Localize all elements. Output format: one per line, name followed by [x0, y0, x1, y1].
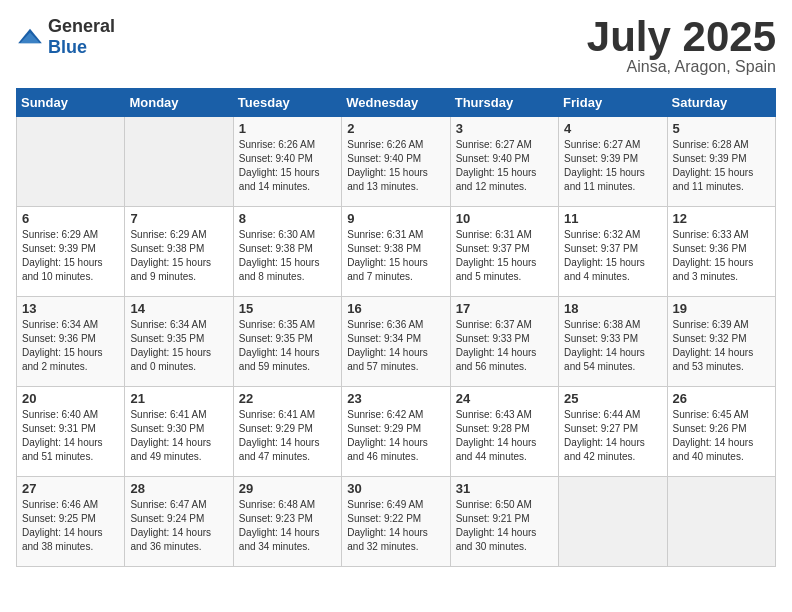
day-info: Sunrise: 6:29 AM Sunset: 9:38 PM Dayligh…: [130, 228, 227, 284]
calendar-cell: 18Sunrise: 6:38 AM Sunset: 9:33 PM Dayli…: [559, 297, 667, 387]
month-title: July 2025: [587, 16, 776, 58]
day-number: 18: [564, 301, 661, 316]
day-number: 20: [22, 391, 119, 406]
day-info: Sunrise: 6:32 AM Sunset: 9:37 PM Dayligh…: [564, 228, 661, 284]
day-info: Sunrise: 6:41 AM Sunset: 9:29 PM Dayligh…: [239, 408, 336, 464]
logo-general: General: [48, 16, 115, 36]
day-info: Sunrise: 6:37 AM Sunset: 9:33 PM Dayligh…: [456, 318, 553, 374]
calendar-cell: [667, 477, 775, 567]
calendar-week-row: 6Sunrise: 6:29 AM Sunset: 9:39 PM Daylig…: [17, 207, 776, 297]
logo-blue: Blue: [48, 37, 87, 57]
day-number: 28: [130, 481, 227, 496]
day-number: 4: [564, 121, 661, 136]
logo: General Blue: [16, 16, 115, 58]
day-info: Sunrise: 6:36 AM Sunset: 9:34 PM Dayligh…: [347, 318, 444, 374]
calendar-cell: 6Sunrise: 6:29 AM Sunset: 9:39 PM Daylig…: [17, 207, 125, 297]
calendar-cell: 11Sunrise: 6:32 AM Sunset: 9:37 PM Dayli…: [559, 207, 667, 297]
day-number: 9: [347, 211, 444, 226]
day-number: 19: [673, 301, 770, 316]
calendar-cell: 3Sunrise: 6:27 AM Sunset: 9:40 PM Daylig…: [450, 117, 558, 207]
day-header: Thursday: [450, 89, 558, 117]
page-header: General Blue July 2025 Ainsa, Aragon, Sp…: [16, 16, 776, 76]
calendar-cell: 9Sunrise: 6:31 AM Sunset: 9:38 PM Daylig…: [342, 207, 450, 297]
day-info: Sunrise: 6:42 AM Sunset: 9:29 PM Dayligh…: [347, 408, 444, 464]
day-number: 17: [456, 301, 553, 316]
location-title: Ainsa, Aragon, Spain: [587, 58, 776, 76]
calendar-cell: [17, 117, 125, 207]
day-number: 7: [130, 211, 227, 226]
day-info: Sunrise: 6:45 AM Sunset: 9:26 PM Dayligh…: [673, 408, 770, 464]
day-number: 24: [456, 391, 553, 406]
day-header: Monday: [125, 89, 233, 117]
calendar-cell: 25Sunrise: 6:44 AM Sunset: 9:27 PM Dayli…: [559, 387, 667, 477]
calendar-cell: 28Sunrise: 6:47 AM Sunset: 9:24 PM Dayli…: [125, 477, 233, 567]
day-info: Sunrise: 6:43 AM Sunset: 9:28 PM Dayligh…: [456, 408, 553, 464]
calendar-cell: 24Sunrise: 6:43 AM Sunset: 9:28 PM Dayli…: [450, 387, 558, 477]
day-info: Sunrise: 6:31 AM Sunset: 9:37 PM Dayligh…: [456, 228, 553, 284]
day-info: Sunrise: 6:46 AM Sunset: 9:25 PM Dayligh…: [22, 498, 119, 554]
day-info: Sunrise: 6:35 AM Sunset: 9:35 PM Dayligh…: [239, 318, 336, 374]
calendar-cell: 8Sunrise: 6:30 AM Sunset: 9:38 PM Daylig…: [233, 207, 341, 297]
calendar-cell: 22Sunrise: 6:41 AM Sunset: 9:29 PM Dayli…: [233, 387, 341, 477]
calendar-week-row: 1Sunrise: 6:26 AM Sunset: 9:40 PM Daylig…: [17, 117, 776, 207]
day-info: Sunrise: 6:47 AM Sunset: 9:24 PM Dayligh…: [130, 498, 227, 554]
calendar-cell: 7Sunrise: 6:29 AM Sunset: 9:38 PM Daylig…: [125, 207, 233, 297]
day-number: 11: [564, 211, 661, 226]
calendar-cell: 16Sunrise: 6:36 AM Sunset: 9:34 PM Dayli…: [342, 297, 450, 387]
calendar-cell: 4Sunrise: 6:27 AM Sunset: 9:39 PM Daylig…: [559, 117, 667, 207]
day-number: 31: [456, 481, 553, 496]
day-info: Sunrise: 6:48 AM Sunset: 9:23 PM Dayligh…: [239, 498, 336, 554]
day-number: 1: [239, 121, 336, 136]
day-number: 13: [22, 301, 119, 316]
title-block: July 2025 Ainsa, Aragon, Spain: [587, 16, 776, 76]
calendar-week-row: 27Sunrise: 6:46 AM Sunset: 9:25 PM Dayli…: [17, 477, 776, 567]
day-number: 6: [22, 211, 119, 226]
calendar-cell: 17Sunrise: 6:37 AM Sunset: 9:33 PM Dayli…: [450, 297, 558, 387]
day-number: 14: [130, 301, 227, 316]
day-number: 5: [673, 121, 770, 136]
calendar-cell: 20Sunrise: 6:40 AM Sunset: 9:31 PM Dayli…: [17, 387, 125, 477]
calendar-cell: 10Sunrise: 6:31 AM Sunset: 9:37 PM Dayli…: [450, 207, 558, 297]
day-info: Sunrise: 6:33 AM Sunset: 9:36 PM Dayligh…: [673, 228, 770, 284]
calendar-table: SundayMondayTuesdayWednesdayThursdayFrid…: [16, 88, 776, 567]
day-info: Sunrise: 6:34 AM Sunset: 9:36 PM Dayligh…: [22, 318, 119, 374]
day-number: 25: [564, 391, 661, 406]
calendar-cell: 15Sunrise: 6:35 AM Sunset: 9:35 PM Dayli…: [233, 297, 341, 387]
day-info: Sunrise: 6:27 AM Sunset: 9:40 PM Dayligh…: [456, 138, 553, 194]
day-number: 23: [347, 391, 444, 406]
day-number: 22: [239, 391, 336, 406]
day-number: 3: [456, 121, 553, 136]
day-number: 26: [673, 391, 770, 406]
day-header: Friday: [559, 89, 667, 117]
day-header: Saturday: [667, 89, 775, 117]
day-info: Sunrise: 6:44 AM Sunset: 9:27 PM Dayligh…: [564, 408, 661, 464]
calendar-cell: 2Sunrise: 6:26 AM Sunset: 9:40 PM Daylig…: [342, 117, 450, 207]
calendar-cell: [559, 477, 667, 567]
day-header: Sunday: [17, 89, 125, 117]
day-info: Sunrise: 6:29 AM Sunset: 9:39 PM Dayligh…: [22, 228, 119, 284]
day-info: Sunrise: 6:50 AM Sunset: 9:21 PM Dayligh…: [456, 498, 553, 554]
day-number: 27: [22, 481, 119, 496]
calendar-cell: 30Sunrise: 6:49 AM Sunset: 9:22 PM Dayli…: [342, 477, 450, 567]
calendar-cell: 1Sunrise: 6:26 AM Sunset: 9:40 PM Daylig…: [233, 117, 341, 207]
day-info: Sunrise: 6:40 AM Sunset: 9:31 PM Dayligh…: [22, 408, 119, 464]
day-number: 10: [456, 211, 553, 226]
calendar-cell: 12Sunrise: 6:33 AM Sunset: 9:36 PM Dayli…: [667, 207, 775, 297]
calendar-cell: 21Sunrise: 6:41 AM Sunset: 9:30 PM Dayli…: [125, 387, 233, 477]
calendar-cell: [125, 117, 233, 207]
day-info: Sunrise: 6:38 AM Sunset: 9:33 PM Dayligh…: [564, 318, 661, 374]
calendar-header-row: SundayMondayTuesdayWednesdayThursdayFrid…: [17, 89, 776, 117]
calendar-cell: 13Sunrise: 6:34 AM Sunset: 9:36 PM Dayli…: [17, 297, 125, 387]
calendar-cell: 31Sunrise: 6:50 AM Sunset: 9:21 PM Dayli…: [450, 477, 558, 567]
day-header: Tuesday: [233, 89, 341, 117]
calendar-cell: 26Sunrise: 6:45 AM Sunset: 9:26 PM Dayli…: [667, 387, 775, 477]
calendar-cell: 19Sunrise: 6:39 AM Sunset: 9:32 PM Dayli…: [667, 297, 775, 387]
day-number: 29: [239, 481, 336, 496]
day-info: Sunrise: 6:49 AM Sunset: 9:22 PM Dayligh…: [347, 498, 444, 554]
day-number: 21: [130, 391, 227, 406]
day-info: Sunrise: 6:30 AM Sunset: 9:38 PM Dayligh…: [239, 228, 336, 284]
day-info: Sunrise: 6:34 AM Sunset: 9:35 PM Dayligh…: [130, 318, 227, 374]
day-info: Sunrise: 6:39 AM Sunset: 9:32 PM Dayligh…: [673, 318, 770, 374]
day-info: Sunrise: 6:27 AM Sunset: 9:39 PM Dayligh…: [564, 138, 661, 194]
day-number: 2: [347, 121, 444, 136]
